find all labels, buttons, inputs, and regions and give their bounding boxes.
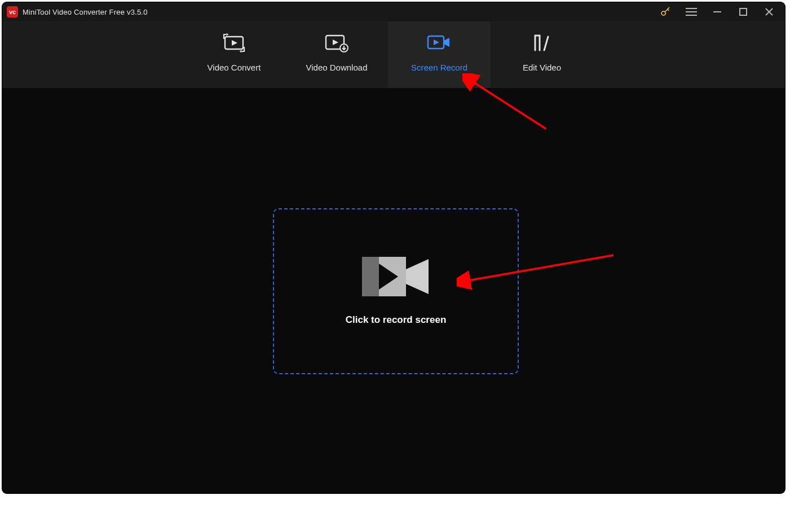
svg-rect-3 bbox=[686, 15, 697, 16]
svg-marker-14 bbox=[434, 40, 439, 45]
close-button[interactable] bbox=[757, 2, 782, 21]
svg-rect-4 bbox=[713, 11, 721, 12]
svg-rect-5 bbox=[740, 8, 747, 15]
svg-rect-16 bbox=[362, 257, 379, 296]
tab-video-convert[interactable]: Video Convert bbox=[183, 21, 285, 88]
svg-marker-8 bbox=[227, 33, 229, 36]
minimize-button[interactable] bbox=[705, 2, 730, 21]
svg-marker-7 bbox=[232, 40, 237, 46]
svg-marker-18 bbox=[406, 259, 429, 294]
key-icon[interactable] bbox=[653, 2, 678, 21]
svg-rect-1 bbox=[686, 8, 697, 9]
window-controls bbox=[653, 2, 782, 21]
screen-record-icon bbox=[427, 33, 452, 52]
app-window: vc MiniTool Video Converter Free v3.5.0 bbox=[2, 2, 785, 493]
tab-label: Video Download bbox=[306, 63, 368, 72]
app-logo-icon: vc bbox=[7, 6, 18, 17]
titlebar: vc MiniTool Video Converter Free v3.5.0 bbox=[2, 2, 785, 21]
svg-marker-9 bbox=[240, 50, 242, 52]
tab-label: Video Convert bbox=[208, 63, 261, 72]
hamburger-menu-icon[interactable] bbox=[679, 2, 704, 21]
edit-video-icon bbox=[532, 33, 552, 52]
svg-marker-11 bbox=[333, 40, 338, 45]
tab-video-download[interactable]: Video Download bbox=[285, 21, 388, 88]
tab-label: Screen Record bbox=[411, 63, 467, 72]
svg-rect-2 bbox=[686, 11, 697, 12]
tab-edit-video[interactable]: Edit Video bbox=[491, 21, 593, 88]
record-prompt-label: Click to record screen bbox=[346, 314, 447, 326]
app-title: MiniTool Video Converter Free v3.5.0 bbox=[23, 8, 148, 16]
tab-screen-record[interactable]: Screen Record bbox=[388, 21, 491, 88]
camera-icon bbox=[362, 257, 430, 296]
main-content: Click to record screen bbox=[2, 88, 785, 493]
convert-icon bbox=[223, 33, 245, 52]
main-toolbar: Video Convert Video Download bbox=[2, 21, 785, 88]
record-screen-button[interactable]: Click to record screen bbox=[273, 208, 519, 374]
tab-label: Edit Video bbox=[523, 63, 561, 72]
download-icon bbox=[324, 33, 349, 52]
maximize-button[interactable] bbox=[731, 2, 756, 21]
